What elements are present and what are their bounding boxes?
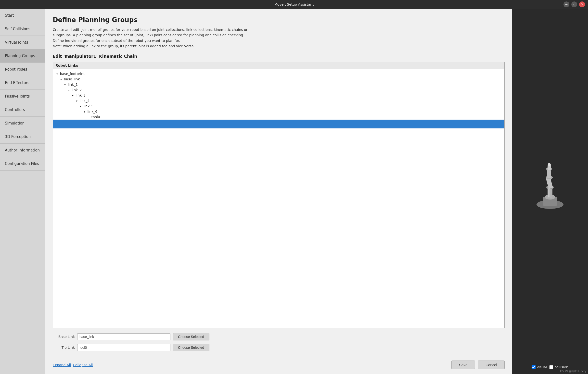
window-controls: ─ □ ✕ bbox=[563, 1, 585, 7]
tree-item-link5[interactable]: ▾ link_5 bbox=[53, 103, 504, 109]
collapse-all-link[interactable]: Collapse All bbox=[73, 363, 93, 367]
sidebar-item-self-collisions[interactable]: Self-Collisions bbox=[0, 22, 45, 36]
expand-all-link[interactable]: Expand All bbox=[53, 363, 71, 367]
tree-item-link2[interactable]: ▾ link_2 bbox=[53, 87, 504, 93]
arrow-icon: ▾ bbox=[67, 89, 71, 92]
sidebar-item-end-effectors[interactable]: End Effectors bbox=[0, 76, 45, 90]
arrow-icon: ▾ bbox=[63, 83, 67, 87]
visual-label: visual bbox=[537, 365, 547, 369]
sidebar-item-simulation[interactable]: Simulation bbox=[0, 117, 45, 130]
maximize-button[interactable]: □ bbox=[571, 1, 577, 7]
sidebar-item-controllers[interactable]: Controllers bbox=[0, 103, 45, 117]
tree-item-link4[interactable]: ▾ link_4 bbox=[53, 98, 504, 103]
base-link-row: Base Link Choose Selected bbox=[53, 333, 505, 340]
page-title: Define Planning Groups bbox=[53, 16, 505, 24]
arrow-icon: ▾ bbox=[59, 78, 63, 81]
tip-link-row: Tip Link Choose Selected bbox=[53, 344, 505, 351]
choose-selected-base-link-button[interactable]: Choose Selected bbox=[173, 333, 209, 340]
arrow-icon: ▾ bbox=[75, 100, 78, 103]
choose-selected-tip-link-button[interactable]: Choose Selected bbox=[173, 344, 209, 351]
sidebar-item-planning-groups[interactable]: Planning Groups bbox=[0, 49, 45, 63]
tree-item-link1[interactable]: ▾ link_1 bbox=[53, 82, 504, 87]
action-buttons: Save Cancel bbox=[451, 361, 505, 369]
collision-checkbox[interactable] bbox=[549, 365, 553, 369]
sidebar: Start Self-Collisions Virtual Joints Pla… bbox=[0, 9, 45, 374]
arrow-icon: ▾ bbox=[83, 110, 86, 113]
sidebar-item-start[interactable]: Start bbox=[0, 9, 45, 22]
watermark: CSDN @山水Hubery bbox=[560, 369, 587, 373]
robot-3d-view bbox=[528, 162, 572, 211]
minimize-button[interactable]: ─ bbox=[563, 1, 569, 7]
sidebar-item-robot-poses[interactable]: Robot Poses bbox=[0, 63, 45, 76]
tip-link-label: Tip Link bbox=[53, 346, 75, 349]
sidebar-item-author-information[interactable]: Author Information bbox=[0, 144, 45, 157]
sidebar-item-virtual-joints[interactable]: Virtual Joints bbox=[0, 36, 45, 49]
tree-item-link3[interactable]: ▾ link_3 bbox=[53, 93, 504, 98]
tree-item-selected[interactable] bbox=[53, 120, 504, 128]
view-controls: visual collision bbox=[532, 365, 568, 369]
tree-item-tool0[interactable]: tool0 bbox=[53, 114, 504, 120]
base-link-input[interactable] bbox=[77, 333, 170, 340]
form-area: Base Link Choose Selected Tip Link Choos… bbox=[53, 328, 505, 357]
expand-collapse-links: Expand All Collapse All bbox=[53, 363, 93, 367]
tree-header: Robot Links bbox=[53, 62, 504, 69]
cancel-button[interactable]: Cancel bbox=[478, 361, 505, 369]
right-panel: visual collision CSDN @山水Hubery bbox=[512, 9, 588, 374]
bottom-bar: Expand All Collapse All Save Cancel bbox=[53, 357, 505, 369]
titlebar: MoveIt Setup Assistant ─ □ ✕ bbox=[0, 0, 588, 9]
visual-checkbox[interactable] bbox=[532, 365, 536, 369]
arrow-icon: ▾ bbox=[71, 94, 75, 97]
description: Create and edit 'joint model' groups for… bbox=[53, 27, 505, 49]
sidebar-item-3d-perception[interactable]: 3D Perception bbox=[0, 130, 45, 144]
visual-checkbox-label[interactable]: visual bbox=[532, 365, 547, 369]
divider bbox=[512, 9, 512, 374]
arrow-icon: ▾ bbox=[55, 73, 59, 76]
robot-links-tree[interactable]: Robot Links ▾ base_footprint ▾ base_link… bbox=[53, 62, 505, 328]
close-button[interactable]: ✕ bbox=[579, 1, 585, 7]
tree-item-base-footprint[interactable]: ▾ base_footprint bbox=[53, 71, 504, 76]
svg-rect-11 bbox=[548, 188, 550, 197]
save-button[interactable]: Save bbox=[451, 361, 475, 369]
sidebar-item-passive-joints[interactable]: Passive Joints bbox=[0, 90, 45, 103]
collision-checkbox-label[interactable]: collision bbox=[549, 365, 568, 369]
sidebar-item-configuration-files[interactable]: Configuration Files bbox=[0, 157, 45, 171]
tip-link-input[interactable] bbox=[77, 344, 170, 351]
app-body: Start Self-Collisions Virtual Joints Pla… bbox=[0, 9, 588, 374]
tree-body: ▾ base_footprint ▾ base_link ▾ link_1 ▾ … bbox=[53, 69, 504, 130]
section-title: Edit 'manipulator1' Kinematic Chain bbox=[53, 54, 505, 59]
robot-svg bbox=[528, 162, 572, 211]
main-content: Define Planning Groups Create and edit '… bbox=[45, 9, 512, 374]
arrow-icon: ▾ bbox=[79, 105, 82, 108]
base-link-label: Base Link bbox=[53, 335, 75, 339]
tree-item-link6[interactable]: ▾ link_6 bbox=[53, 109, 504, 114]
svg-rect-10 bbox=[548, 163, 550, 166]
tree-item-base-link[interactable]: ▾ base_link bbox=[53, 76, 504, 82]
titlebar-title: MoveIt Setup Assistant bbox=[274, 2, 314, 6]
collision-label: collision bbox=[554, 365, 568, 369]
